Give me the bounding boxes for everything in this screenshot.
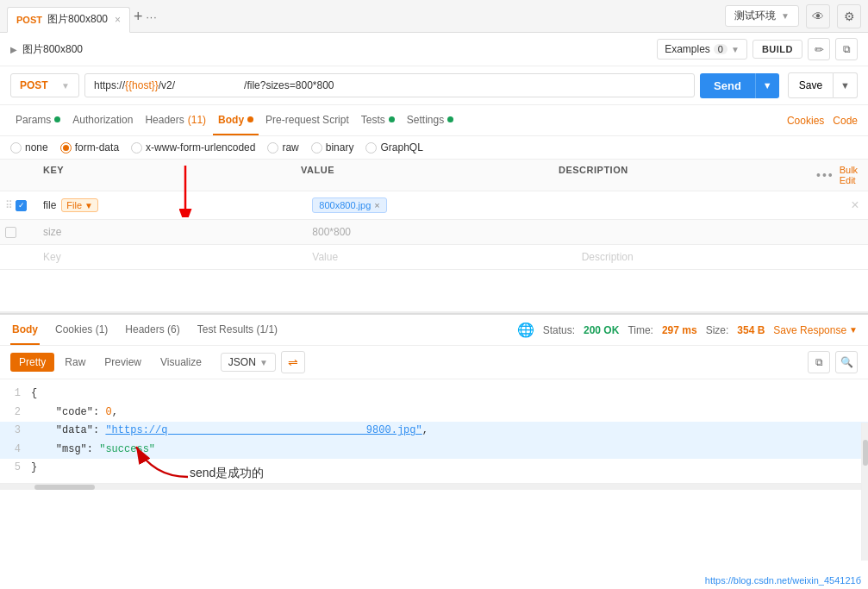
radio-raw[interactable]: raw [267, 141, 298, 154]
code-link[interactable]: Code [833, 115, 858, 127]
method-select[interactable]: POST ▼ [10, 73, 79, 97]
row2-value: 800*800 [312, 226, 351, 238]
settings-dot [447, 116, 453, 122]
view-tab-visualize[interactable]: Visualize [152, 353, 210, 372]
row3-desc-cell[interactable]: Description [573, 245, 842, 269]
row1-value-cell: 800x800.jpg × [303, 191, 572, 219]
line-num-3: 3 [7, 422, 21, 441]
settings-label: Settings [407, 114, 444, 126]
radio-urlencoded[interactable]: x-www-form-urlencoded [131, 141, 255, 154]
row2-checkbox[interactable] [5, 227, 16, 238]
active-tab[interactable]: POST 图片800x800 × [7, 7, 130, 33]
prerequest-label: Pre-request Script [265, 114, 349, 126]
copy-response-icon[interactable]: ⧉ [808, 351, 830, 373]
method-label: POST [20, 79, 48, 91]
radio-formdata-label: form-data [75, 141, 119, 154]
headers-label: Headers [145, 114, 184, 126]
tab-add-icon[interactable]: + [134, 8, 143, 26]
breadcrumb-arrow-icon[interactable]: ▶ [10, 45, 17, 54]
radio-raw-label: raw [282, 141, 298, 154]
row1-file-badge[interactable]: File ▼ [61, 198, 98, 212]
examples-count-badge: 0 [714, 44, 727, 54]
th-value: VALUE [292, 160, 550, 191]
code-line-3: 3 "data": "https://q 9800.jpg", [0, 422, 868, 441]
view-tab-preview[interactable]: Preview [96, 353, 150, 372]
globe-icon: 🌐 [517, 322, 534, 338]
row1-check-area[interactable]: ⠿ ✓ [0, 193, 34, 217]
save-dropdown-button[interactable]: ▼ [834, 72, 858, 98]
bulk-edit-button[interactable]: Bulk Edit [840, 165, 859, 185]
code-line-2: 2 "code": 0, [0, 404, 868, 423]
cookies-link[interactable]: Cookies [787, 115, 824, 127]
radio-graphql[interactable]: GraphQL [365, 141, 422, 154]
row1-checkbox[interactable]: ✓ [16, 200, 27, 211]
edit-icon-btn[interactable]: ✏ [808, 38, 830, 60]
row2-check-area[interactable] [0, 221, 34, 244]
eye-icon-btn[interactable]: 👁 [806, 4, 830, 28]
row2-del[interactable] [842, 226, 868, 238]
view-tab-pretty[interactable]: Pretty [10, 353, 54, 372]
tab-close-icon[interactable]: × [115, 14, 121, 26]
env-selector[interactable]: 测试环境 ▼ [725, 5, 799, 27]
row1-file-tag[interactable]: 800x800.jpg × [312, 197, 386, 213]
search-response-icon[interactable]: 🔍 [835, 351, 858, 373]
send-button[interactable]: Send [700, 73, 755, 98]
view-tab-raw[interactable]: Raw [56, 353, 94, 372]
params-dot [54, 116, 60, 122]
code-brace-open: { [31, 385, 37, 404]
row3-key-cell[interactable]: Key [34, 245, 303, 269]
tab-params[interactable]: Params [10, 105, 66, 135]
row1-key: file [43, 199, 56, 211]
tab-authorization[interactable]: Authorization [67, 105, 138, 135]
resp-body-label: Body [12, 323, 38, 335]
th-actions: ••• Bulk Edit [808, 160, 868, 191]
tests-dot [389, 116, 395, 122]
time-label: Time: [628, 324, 653, 336]
code-line-5: 5 } [0, 459, 868, 478]
watermark: https://blog.csdn.net/weixin_454121б [705, 575, 861, 586]
save-response-button[interactable]: Save Response ▼ [773, 324, 858, 336]
wrap-button[interactable]: ⇌ [281, 351, 305, 373]
examples-button[interactable]: Examples 0 ▼ [657, 39, 747, 60]
resp-cookies-label: Cookies (1) [55, 323, 108, 335]
save-button[interactable]: Save [788, 72, 834, 98]
radio-binary-label: binary [326, 141, 354, 154]
code-line-1: 1 { [0, 385, 868, 404]
resp-tab-cookies[interactable]: Cookies (1) [53, 315, 109, 345]
url-display[interactable]: https://{{host}}/v2/ /file?sizes=800*800 [84, 73, 695, 97]
code-line2-text: "code": 0, [31, 404, 118, 423]
settings-icon-btn[interactable]: ⚙ [837, 4, 861, 28]
build-button[interactable]: BUILD [752, 40, 802, 59]
copy-icon-btn[interactable]: ⧉ [835, 38, 858, 60]
json-format-select[interactable]: JSON ▼ [221, 353, 276, 372]
tab-more-icon[interactable]: ··· [147, 11, 158, 23]
breadcrumb: ▶ 图片800x800 [10, 42, 83, 57]
more-dots-icon[interactable]: ••• [816, 168, 834, 182]
resp-tab-testresults[interactable]: Test Results (1/1) [196, 315, 279, 345]
radio-formdata[interactable]: form-data [60, 141, 119, 154]
file-remove-icon[interactable]: × [374, 200, 379, 210]
row2-value-cell: 800*800 [303, 220, 572, 244]
radio-binary[interactable]: binary [311, 141, 354, 154]
row1-del[interactable]: × [842, 191, 868, 219]
auth-label: Authorization [72, 114, 133, 126]
tab-settings[interactable]: Settings [402, 105, 459, 135]
tab-tests[interactable]: Tests [356, 105, 400, 135]
send-dropdown-button[interactable]: ▼ [755, 73, 779, 98]
tab-prerequest[interactable]: Pre-request Script [260, 105, 354, 135]
row2-key-cell: size [34, 220, 303, 244]
url-host: {{host}} [125, 79, 159, 91]
line-num-1: 1 [7, 385, 21, 404]
tests-label: Tests [361, 114, 385, 126]
headers-count: (11) [188, 114, 206, 126]
resp-tab-body[interactable]: Body [10, 315, 40, 345]
code-line4-text: "msg": "success" [31, 441, 155, 460]
params-label: Params [16, 114, 51, 126]
row3-value-cell[interactable]: Value [303, 245, 572, 269]
tab-body[interactable]: Body [213, 105, 259, 135]
tab-headers[interactable]: Headers (11) [140, 105, 211, 135]
radio-none[interactable]: none [10, 141, 48, 154]
radio-none-circle [10, 142, 22, 154]
row1-key-cell: file File ▼ [34, 192, 303, 218]
resp-tab-headers[interactable]: Headers (6) [123, 315, 181, 345]
